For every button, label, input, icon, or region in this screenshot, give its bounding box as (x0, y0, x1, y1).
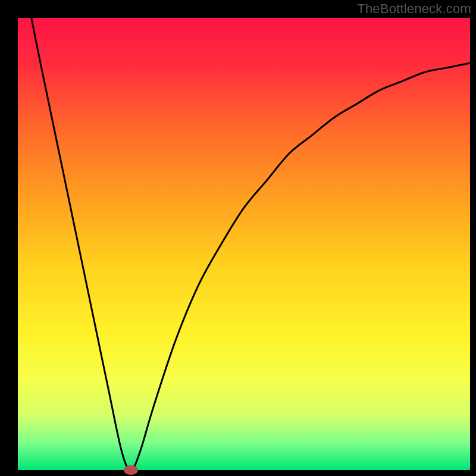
optimal-point-marker (124, 465, 138, 475)
plot-background (18, 18, 470, 470)
chart-frame: TheBottleneck.com (0, 0, 476, 476)
bottleneck-chart (0, 0, 476, 476)
watermark-text: TheBottleneck.com (357, 1, 471, 17)
